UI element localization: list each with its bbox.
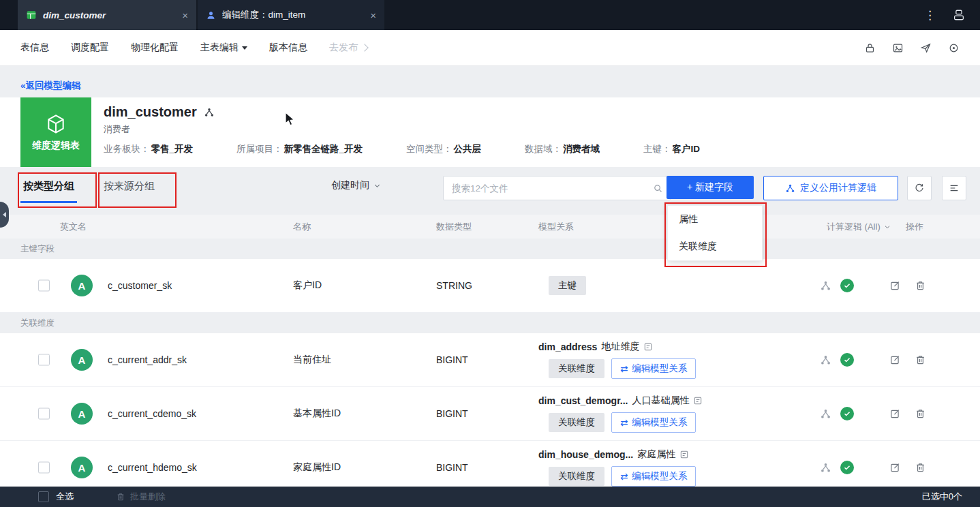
model-meta: 业务板块：零售_开发 所属项目：新零售全链路_开发 空间类型：公共层 数据域：消…: [104, 143, 980, 155]
detail-icon[interactable]: [679, 450, 689, 459]
menu-item-materialize-config[interactable]: 物理化配置: [131, 42, 179, 54]
sort-created-time-dropdown[interactable]: 创建时间: [331, 179, 381, 191]
field-name-en: c_current_cdemo_sk: [108, 408, 196, 419]
status-check-icon: [840, 279, 854, 292]
image-icon[interactable]: [892, 42, 904, 54]
window-tab-edit-dimension[interactable]: 编辑维度：dim_item ×: [198, 0, 384, 30]
avatar: A: [71, 349, 93, 371]
table-row: A c_customer_sk 客户ID STRING 主键: [0, 259, 980, 313]
relation-model-label: 地址维度: [601, 341, 639, 353]
menu-item-main-table-edit[interactable]: 主表编辑: [200, 42, 247, 54]
edit-icon[interactable]: [889, 462, 901, 474]
field-data-type: STRING: [436, 280, 472, 291]
avatar: A: [71, 457, 93, 478]
dropdown-item-attribute[interactable]: 属性: [668, 206, 762, 233]
footer-bar: 全选 批量删除 已选中0个: [0, 487, 980, 507]
send-icon[interactable]: [920, 42, 932, 54]
define-calc-logic-button[interactable]: 定义公用计算逻辑: [763, 176, 898, 200]
row-checkbox[interactable]: [38, 462, 50, 474]
tab-label: dim_customer: [43, 10, 106, 20]
delete-icon[interactable]: [915, 408, 926, 420]
status-check-icon: [840, 353, 854, 367]
edit-model-relation-button[interactable]: ⇄ 编辑模型关系: [611, 466, 696, 487]
titlebar-actions: ⋮: [924, 0, 965, 30]
selected-count: 0: [949, 491, 953, 502]
column-header-name-en: 英文名: [60, 221, 87, 233]
back-to-model-edit-link[interactable]: «返回模型编辑: [20, 80, 81, 92]
close-icon[interactable]: ×: [370, 10, 376, 21]
relation-badge: 关联维度: [549, 359, 604, 378]
chevron-down-icon: [373, 182, 381, 189]
chevron-left-icon: [3, 212, 6, 217]
field-data-type: BIGINT: [436, 462, 468, 473]
edit-icon[interactable]: [889, 408, 901, 420]
relation-icon[interactable]: [204, 107, 215, 118]
relation-icon[interactable]: [820, 462, 831, 474]
avatar: A: [71, 275, 93, 296]
more-icon[interactable]: ⋮: [924, 8, 936, 22]
refresh-button[interactable]: [907, 176, 932, 200]
row-checkbox[interactable]: [38, 354, 50, 366]
swap-icon: ⇄: [620, 471, 628, 482]
edit-model-relation-button[interactable]: ⇄ 编辑模型关系: [611, 412, 696, 433]
status-check-icon: [840, 407, 854, 420]
menu-item-table-info[interactable]: 表信息: [20, 42, 49, 54]
section-related-dimensions: 关联维度: [0, 313, 980, 333]
swap-icon: ⇄: [620, 417, 628, 428]
column-header-name-cn: 名称: [293, 221, 311, 233]
field-name-cn: 客户ID: [293, 279, 322, 292]
delete-icon[interactable]: [915, 354, 926, 366]
model-relation-cell: dim_address 地址维度 关联维度 ⇄ 编辑模型关系: [538, 341, 696, 379]
edit-icon[interactable]: [889, 280, 901, 292]
lock-icon[interactable]: [864, 42, 876, 54]
search-box: [443, 176, 671, 200]
menu-item-schedule-config[interactable]: 调度配置: [71, 42, 109, 54]
delete-icon[interactable]: [915, 280, 926, 292]
field-name-cn: 当前住址: [293, 354, 331, 366]
window-tab-dim-customer[interactable]: dim_customer ×: [18, 0, 196, 30]
relation-icon[interactable]: [820, 280, 831, 292]
relation-icon[interactable]: [820, 408, 831, 420]
select-all-label[interactable]: 全选: [56, 491, 74, 503]
edit-icon[interactable]: [889, 354, 901, 366]
field-data-type: BIGINT: [436, 354, 468, 365]
column-header-data-type: 数据类型: [436, 221, 472, 233]
meta-business-board: 业务板块：零售_开发: [104, 143, 193, 155]
titlebar: dim_customer × 编辑维度：dim_item × ⋮: [0, 0, 980, 30]
field-name-en: c_customer_sk: [108, 280, 172, 291]
tab-group-by-type[interactable]: 按类型分组: [20, 171, 77, 203]
detail-icon[interactable]: [643, 342, 653, 352]
relation-badge: 关联维度: [549, 467, 604, 486]
delete-icon[interactable]: [915, 462, 926, 474]
refresh-icon: [914, 183, 925, 194]
dropdown-item-related-dimension[interactable]: 关联维度: [668, 233, 762, 260]
selected-count-status: 已选中0个: [922, 491, 962, 503]
search-input[interactable]: [450, 183, 653, 194]
console-icon[interactable]: [953, 9, 965, 21]
close-icon[interactable]: ×: [182, 10, 188, 21]
search-icon[interactable]: [653, 183, 663, 194]
select-all-checkbox[interactable]: [38, 491, 49, 502]
meta-project: 所属项目：新零售全链路_开发: [236, 143, 363, 155]
relation-icon[interactable]: [820, 354, 831, 366]
new-field-button[interactable]: + 新建字段: [667, 176, 754, 199]
chevron-right-icon: [361, 44, 368, 51]
column-settings-button[interactable]: [942, 176, 966, 200]
edit-model-relation-button[interactable]: ⇄ 编辑模型关系: [611, 358, 696, 379]
cube-icon: [45, 113, 67, 135]
menubar: 表信息 调度配置 物理化配置 主表编辑 版本信息 去发布: [0, 30, 980, 66]
target-icon[interactable]: [948, 42, 960, 54]
row-checkbox[interactable]: [38, 408, 50, 420]
row-checkbox[interactable]: [38, 280, 50, 292]
table-controls: 按类型分组 按来源分组 创建时间 + 新建字段 定义公用计算逻辑: [20, 171, 960, 204]
column-header-calc-logic[interactable]: 计算逻辑 (All): [827, 221, 891, 233]
meta-data-domain: 数据域：消费者域: [525, 143, 600, 155]
menu-item-version-info[interactable]: 版本信息: [269, 42, 307, 54]
tab-group-by-source[interactable]: 按来源分组: [101, 171, 157, 201]
model-type-block: 维度逻辑表: [20, 97, 91, 167]
table-header: 英文名 名称 数据类型 模型关系 计算逻辑 (All) 操作: [0, 215, 980, 239]
field-data-type: BIGINT: [436, 408, 468, 419]
detail-icon[interactable]: [693, 396, 703, 405]
person-icon: [206, 10, 216, 20]
relation-model-name: dim_cust_demogr...: [538, 395, 628, 406]
